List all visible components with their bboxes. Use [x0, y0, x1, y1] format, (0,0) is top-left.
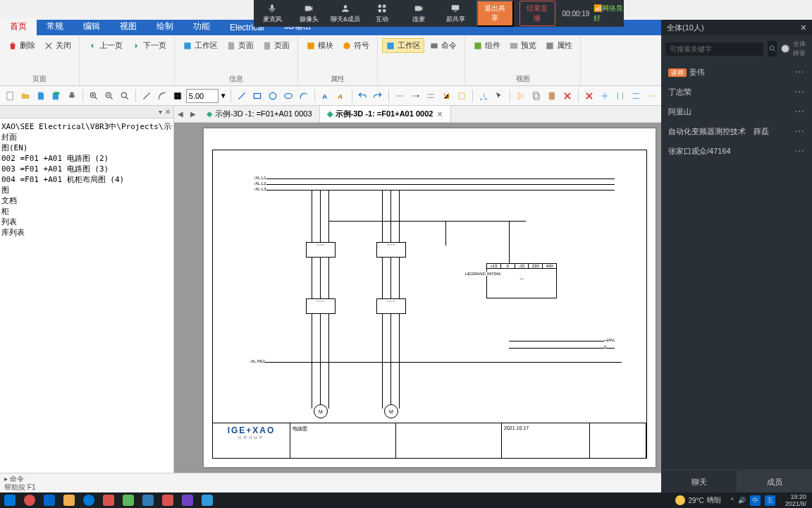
meet-newshare[interactable]: 新共享 — [437, 0, 474, 27]
system-tray[interactable]: ^🔊中五 — [727, 495, 780, 506]
participant-row[interactable]: 讲师姜伟⋯ — [661, 62, 812, 82]
more-icon[interactable]: ⋯ — [794, 86, 805, 97]
tb-paste[interactable] — [545, 88, 559, 104]
btn-properties[interactable]: 属性 — [541, 38, 576, 53]
more-icon[interactable]: ⋯ — [794, 66, 805, 78]
participants-close-icon[interactable]: × — [801, 22, 806, 33]
taskbar-app[interactable] — [20, 492, 39, 508]
ribbon-tab-edit[interactable]: 编辑 — [73, 18, 110, 35]
tb-copy[interactable] — [529, 88, 543, 104]
tb-h1[interactable] — [393, 88, 407, 104]
taskbar-app[interactable] — [138, 492, 158, 508]
taskbar-clock[interactable]: 19:202021/8/ — [780, 493, 812, 507]
meet-camera[interactable]: 摄像头 — [290, 0, 327, 27]
tb-h2[interactable] — [408, 88, 422, 104]
taskbar-app[interactable] — [79, 492, 99, 508]
meet-connect[interactable]: 连麦 — [400, 0, 437, 27]
ribbon-tab-view[interactable]: 视图 — [110, 18, 147, 35]
taskbar-app[interactable] — [99, 492, 118, 508]
meet-chat-members[interactable]: 聊天&成员 — [327, 0, 364, 27]
tb-h3[interactable] — [424, 88, 438, 104]
drawing-canvas[interactable]: -XL.L1 -XL.L2 -XL.L3 -XL.PE1 ⎓⎓⎓ ⎓⎓⎓ M ⎓… — [174, 123, 661, 473]
ribbon-tab-func[interactable]: 功能 — [183, 18, 220, 35]
mute-all-toggle[interactable]: 全体静音 — [781, 40, 808, 58]
tb-del[interactable] — [560, 88, 574, 104]
tb-arc[interactable] — [155, 88, 169, 104]
doctab-prev[interactable]: ◀ — [174, 110, 187, 118]
tree-row[interactable]: 图(EN) — [1, 143, 172, 153]
tree-row[interactable]: 004 =F01 +A01 机柜布局图 (4) — [1, 174, 172, 185]
document-tab-1[interactable]: ◆示例-3D -1: =F01+A01 0002× — [320, 106, 452, 122]
tree-pin-icon[interactable]: ▾ — [159, 108, 162, 116]
tree-row[interactable]: 图 — [1, 185, 172, 195]
participant-row[interactable]: 自动化变频器测控技术 薛磊⋯ — [661, 121, 812, 141]
tb-grid[interactable] — [171, 88, 185, 104]
document-tab-0[interactable]: ◆示例-3D -1: =F01+A01 0003 — [199, 106, 320, 122]
doctab-next[interactable]: ▶ — [187, 110, 199, 118]
tree-row[interactable]: 封面 — [1, 132, 172, 143]
weather-widget[interactable]: 29°C晴朗 — [670, 495, 726, 505]
zoom-field[interactable] — [186, 89, 219, 103]
btn-symbol[interactable]: 符号 — [338, 38, 373, 53]
tb-m1[interactable] — [598, 88, 612, 104]
tb-m3[interactable] — [629, 88, 643, 104]
tree-row[interactable]: 列表 — [1, 217, 172, 227]
end-stream-button[interactable]: 结束直播 — [519, 1, 555, 26]
btn-preview[interactable]: 预览 — [505, 38, 540, 53]
tb-line[interactable] — [140, 88, 154, 104]
tb-circle[interactable] — [266, 88, 280, 104]
ribbon-tab-general[interactable]: 常规 — [37, 18, 73, 35]
btn-component[interactable]: 组件 — [469, 38, 504, 53]
tb-save[interactable] — [34, 88, 48, 104]
tb-cut[interactable] — [476, 88, 491, 104]
tb-zoomout[interactable] — [102, 88, 116, 104]
tb-open[interactable] — [18, 88, 32, 104]
more-icon[interactable]: ⋯ — [794, 106, 805, 117]
tb-h4[interactable] — [439, 88, 453, 104]
tree-row[interactable]: 002 =F01 +A01 电路图 (2) — [1, 153, 172, 164]
btn-prev-page[interactable]: 上一页 — [84, 38, 126, 53]
tb-print[interactable] — [65, 88, 79, 104]
close-tab-icon[interactable]: × — [436, 109, 443, 119]
tb-text2[interactable]: A — [334, 88, 348, 104]
btn-command[interactable]: 命令 — [426, 38, 460, 53]
footer-tab-chat[interactable]: 聊天 — [661, 471, 737, 492]
more-icon[interactable]: ⋯ — [794, 145, 805, 157]
taskbar-app[interactable] — [197, 492, 217, 508]
tb-rect[interactable] — [250, 88, 264, 104]
tb-zoomfit[interactable] — [118, 88, 132, 104]
meet-mic[interactable]: 麦克风 — [254, 0, 290, 27]
tb-zoomin[interactable] — [87, 88, 101, 104]
meet-interact[interactable]: 互动 — [364, 0, 400, 27]
tree-row[interactable]: 库列表 — [1, 227, 172, 238]
taskbar-app[interactable] — [158, 492, 178, 508]
taskbar-app[interactable] — [178, 492, 197, 508]
ribbon-tab-draw[interactable]: 绘制 — [147, 18, 183, 35]
participant-search-input[interactable] — [665, 42, 763, 56]
btn-module[interactable]: 模块 — [302, 38, 337, 53]
more-icon[interactable]: ⋯ — [794, 126, 805, 137]
tree-row[interactable]: 文档 — [1, 195, 172, 206]
tb-ellipse[interactable] — [281, 88, 295, 104]
btn-page-info[interactable]: 页面 — [223, 38, 257, 53]
tb-m2[interactable] — [613, 88, 627, 104]
tb-delred[interactable] — [582, 88, 596, 104]
tree-path[interactable]: XAO\SEE Electrical\V8R3中\Projects\示例-3D … — [1, 121, 172, 132]
tree-close-icon[interactable]: ✕ — [165, 108, 171, 116]
tb-saveall[interactable] — [49, 88, 63, 104]
footer-tab-members[interactable]: 成员 — [737, 471, 812, 492]
tb-h5[interactable] — [455, 88, 469, 104]
tb-arc2[interactable] — [297, 88, 311, 104]
btn-delete[interactable]: 删除 — [4, 38, 39, 53]
participant-row[interactable]: 阿里山⋯ — [661, 102, 812, 121]
tree-row[interactable]: 003 =F01 +A01 电路图 (3) — [1, 164, 172, 174]
taskbar-app[interactable] — [39, 492, 59, 508]
tb-scissors[interactable] — [514, 88, 528, 104]
tb-redo[interactable] — [371, 88, 385, 104]
search-icon[interactable] — [768, 41, 777, 56]
participant-row[interactable]: 张家口观众/47164⋯ — [661, 141, 812, 161]
exit-share-button[interactable]: 退出共享 — [476, 0, 514, 27]
tb-select[interactable] — [492, 88, 506, 104]
taskbar-app[interactable] — [59, 492, 79, 508]
taskbar-app[interactable] — [118, 492, 138, 508]
